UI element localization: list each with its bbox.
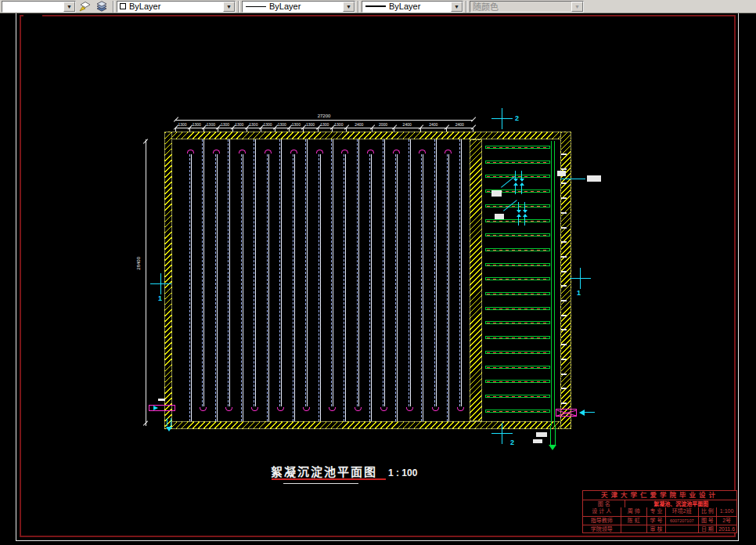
title-block-cell: 2号: [716, 517, 736, 525]
flow-arrow-icon: [524, 217, 525, 226]
flow-arrow-head-icon: [517, 210, 521, 213]
caption-underline-white: [283, 483, 358, 484]
linetype-combo-value: ByLayer: [269, 2, 301, 11]
title-block: 天津大学仁爱学院毕业设计 图 名 絮凝池、沉淀池平面图 设 计 人周 帅专 业环…: [582, 490, 737, 533]
caption-underline-red: [272, 478, 386, 480]
drawing-name-label: 图 名: [583, 500, 625, 507]
title-block-cell: 设 计 人: [583, 507, 621, 516]
title-block-cell: 指导教师: [583, 517, 621, 525]
lineweight-sample-icon: [365, 5, 386, 7]
properties-toolbar: ▼ ByLayer ▼ ByLayer ▼ ByLayer ▼ 随颜色 ▼: [0, 0, 756, 13]
title-block-cell: [621, 525, 647, 533]
title-block-rows: 设 计 人周 帅专 业环境2班比 例1:100指导教师陈 虹学 号6007207…: [583, 507, 736, 533]
toolbar-separator: [113, 1, 114, 13]
flow-arrow-head-icon: [513, 182, 518, 186]
flow-arrow-head-icon: [520, 179, 524, 182]
caption-scale: 1 : 100: [388, 467, 417, 478]
flow-arrow-icon: [521, 186, 522, 194]
drawing-name-value: 絮凝池、沉淀池平面图: [625, 500, 736, 507]
chevron-down-icon[interactable]: ▼: [343, 2, 355, 12]
flow-arrow-icon: [515, 186, 516, 194]
chevron-down-icon[interactable]: ▼: [223, 2, 235, 12]
toolbar-separator: [358, 1, 359, 13]
title-block-cell: 1:100: [716, 507, 736, 516]
title-block-cell: [665, 525, 698, 533]
flow-arrow-head-icon: [517, 214, 521, 217]
title-block-row: 指导教师陈 虹学 号6007207107图 号2号: [583, 516, 736, 525]
lineweight-combo[interactable]: ByLayer ▼: [362, 1, 463, 13]
color-combo-value: ByLayer: [129, 2, 160, 11]
make-objects-layer-current-button[interactable]: [76, 1, 93, 13]
chevron-down-icon[interactable]: ▼: [451, 2, 463, 12]
title-block-cell: 日 期: [698, 525, 717, 533]
title-block-cell: 周 帅: [621, 507, 647, 516]
color-swatch-icon: [120, 3, 126, 9]
title-block-cell: 陈 虹: [621, 517, 647, 525]
lineweight-combo-value: ByLayer: [389, 2, 420, 11]
chevron-down-icon: ▼: [571, 2, 583, 12]
drawing-caption: 絮凝沉淀池平面图 1 : 100: [271, 463, 417, 479]
layer-states-icon: [95, 0, 108, 13]
title-block-row: 设 计 人周 帅专 业环境2班比 例1:100: [583, 507, 736, 516]
title-block-cell: 比 例: [698, 507, 717, 516]
title-block-cell: 环境2班: [665, 507, 698, 516]
flow-arrow-head-icon: [523, 214, 527, 217]
flow-arrow-head-icon: [513, 179, 518, 182]
toolbar-separator: [238, 1, 239, 13]
flow-arrow-icon: [518, 217, 519, 226]
plotstyle-combo-value: 随颜色: [473, 0, 499, 13]
linetype-combo[interactable]: ByLayer ▼: [242, 1, 355, 13]
caption-title: 絮凝沉淀池平面图: [271, 463, 377, 479]
title-block-row: 学院领导审 核日 期2011.6: [583, 525, 736, 533]
title-block-cell: 审 核: [646, 525, 665, 533]
title-block-cell: 2011.6: [716, 525, 736, 533]
flow-arrow-head-icon: [523, 210, 527, 213]
title-block-cell: 图 号: [698, 517, 717, 525]
title-block-cell: 学 号: [646, 517, 665, 525]
title-block-cell: 6007207107: [665, 517, 698, 525]
flow-arrow-head-icon: [520, 182, 524, 186]
title-block-cell: 专 业: [646, 507, 665, 516]
drawing-canvas[interactable]: 2720013001300130013001300130013001300130…: [0, 0, 756, 545]
toolbar-separator: [466, 1, 467, 13]
linetype-sample-icon: [246, 6, 266, 7]
title-block-header: 天津大学仁爱学院毕业设计: [583, 491, 736, 500]
layer-states-button[interactable]: [93, 1, 110, 13]
plotstyle-combo: 随颜色 ▼: [470, 1, 584, 13]
layer-combo[interactable]: ▼: [2, 1, 76, 13]
make-objects-layer-current-icon: [78, 0, 91, 13]
color-combo[interactable]: ByLayer ▼: [117, 1, 236, 13]
chevron-down-icon[interactable]: ▼: [63, 2, 75, 12]
title-block-cell: 学院领导: [583, 525, 621, 533]
